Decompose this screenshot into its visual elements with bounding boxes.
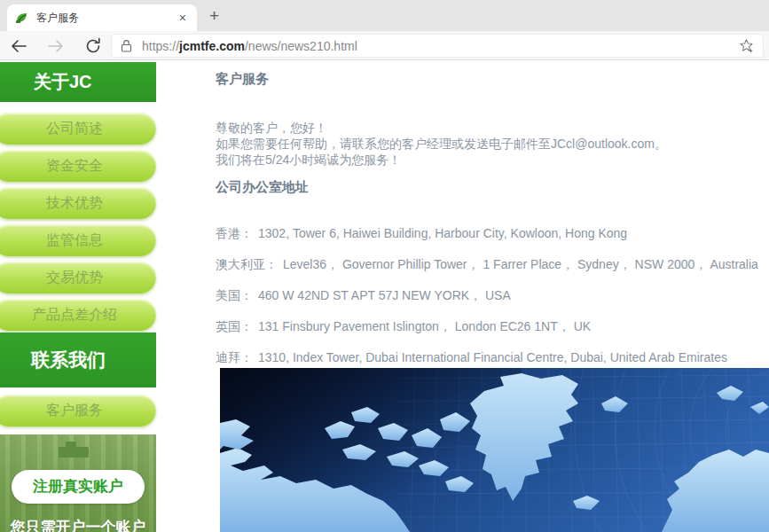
favorite-star-icon[interactable] <box>739 38 754 53</box>
office-address-heading: 公司办公室地址 <box>216 179 769 196</box>
site-favicon-leaf-icon <box>15 11 29 25</box>
url-scheme: https:// <box>142 39 179 53</box>
sidebar-item-customer-service[interactable]: 客户服务 <box>0 395 156 426</box>
greeting-paragraph: 尊敬的客户，您好！ 如果您需要任何帮助，请联系您的客户经理或发送电子邮件至JCc… <box>216 120 769 168</box>
main-content: 客户服务 尊敬的客户，您好！ 如果您需要任何帮助，请联系您的客户经理或发送电子邮… <box>216 60 769 532</box>
address-bar[interactable]: https://jcmtfe.com/news/news210.html <box>111 34 764 58</box>
page-title: 客户服务 <box>216 71 769 88</box>
sidebar-header-about: 关于JC <box>0 62 156 102</box>
url-text[interactable]: https://jcmtfe.com/news/news210.html <box>142 39 357 53</box>
address-row-usa: 美国：460 W 42ND ST APT 57J NEW YORK， USA <box>216 288 769 305</box>
tab-bar: 客户服务 × + <box>0 0 769 31</box>
sidebar-header-contact: 联系我们 <box>0 332 156 387</box>
address-row-uk: 英国：131 Finsbury Pavement Islington， Lond… <box>216 319 769 336</box>
sidebar-nav: 关于JC 公司简述 资金安全 技术优势 监管信息 交易优势 产品点差介绍 联系我… <box>0 60 156 426</box>
sidebar-item-product-spreads[interactable]: 产品点差介绍 <box>0 299 156 331</box>
tab-title: 客户服务 <box>36 11 177 26</box>
promo-caption: 您只需开户一个账户 <box>0 517 156 532</box>
page-content: 关于JC 公司简述 资金安全 技术优势 监管信息 交易优势 产品点差介绍 联系我… <box>0 60 769 532</box>
browser-toolbar: https://jcmtfe.com/news/news210.html <box>0 31 769 60</box>
address-row-australia: 澳大利亚：Level36， Governor Phillip Tower， 1 … <box>216 257 769 274</box>
refresh-icon[interactable] <box>83 36 103 56</box>
address-list: 香港：1302, Tower 6, Haiwei Building, Harbo… <box>216 226 769 367</box>
url-domain: jcmtfe.com <box>179 39 245 53</box>
back-icon[interactable] <box>9 36 28 56</box>
greeting-line: 尊敬的客户，您好！ <box>216 120 769 136</box>
https-lock-icon <box>121 39 132 52</box>
address-row-hongkong: 香港：1302, Tower 6, Haiwei Building, Harbo… <box>216 226 769 243</box>
register-real-account-button[interactable]: 注册真实账户 <box>12 470 145 504</box>
address-label: 美国： <box>216 288 253 302</box>
new-tab-button[interactable]: + <box>209 4 219 27</box>
address-label: 英国： <box>216 319 253 333</box>
address-value: 460 W 42ND ST APT 57J NEW YORK， USA <box>258 288 511 302</box>
cityscape-decoration <box>51 440 92 459</box>
sidebar-promo-banner: 注册真实账户 您只需开户一个账户 <box>0 434 156 532</box>
address-label: 香港： <box>216 226 253 240</box>
sidebar-item-tech-advantage[interactable]: 技术优势 <box>0 187 156 219</box>
sidebar-item-regulation-info[interactable]: 监管信息 <box>0 224 156 256</box>
world-map-image <box>220 368 769 532</box>
greeting-line-email: 如果您需要任何帮助，请联系您的客户经理或发送电子邮件至JCcl@outlook.… <box>216 136 769 152</box>
sidebar-item-company-brief[interactable]: 公司简述 <box>0 113 156 145</box>
url-path: /news/news210.html <box>245 39 357 53</box>
address-value: 1302, Tower 6, Haiwei Building, Harbour … <box>258 226 627 240</box>
forward-icon <box>46 36 66 56</box>
address-value: 131 Finsbury Pavement Islington， London … <box>258 319 591 333</box>
address-row-dubai: 迪拜：1310, Index Tower, Dubai Internationa… <box>216 350 769 367</box>
address-label: 澳大利亚： <box>216 257 278 271</box>
address-label: 迪拜： <box>216 350 253 364</box>
browser-tab[interactable]: 客户服务 × <box>7 4 197 31</box>
sidebar-item-trading-advantage[interactable]: 交易优势 <box>0 262 156 293</box>
greeting-line: 我们将在5/24小时竭诚为您服务！ <box>216 152 769 168</box>
sidebar-item-fund-safety[interactable]: 资金安全 <box>0 150 156 182</box>
address-value: Level36， Governor Phillip Tower， 1 Farre… <box>283 257 758 271</box>
address-value: 1310, Index Tower, Dubai International F… <box>258 350 727 364</box>
tab-close-icon[interactable]: × <box>177 11 189 25</box>
